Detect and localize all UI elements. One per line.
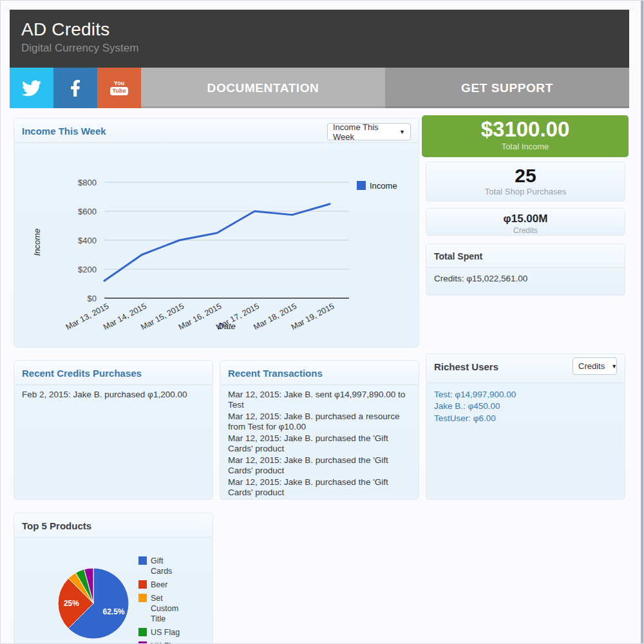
app-subtitle: Digital Currency System (21, 42, 629, 55)
legend-item: UK Flag (138, 641, 180, 644)
credits-value: φ15.00M (426, 213, 625, 225)
recent-purchases-list: Feb 2, 2015: Jake B. purchased φ1,200.00 (14, 385, 213, 405)
app-title: AD Credits (21, 19, 629, 40)
income-line-chart: $0$200$400$600$800Mar 13, 2015Mar 14, 20… (14, 144, 419, 345)
svg-text:$600: $600 (78, 207, 97, 216)
income-panel-title: Income This Week (22, 126, 106, 137)
list-item[interactable]: Test: φ14,997,900.00 (434, 390, 617, 400)
list-item: Mar 12, 2015: Jake B. purchased the 'Gif… (228, 433, 411, 455)
list-item[interactable]: TestUser: φ6.00 (434, 413, 617, 424)
legend-swatch (138, 580, 147, 589)
facebook-button[interactable] (53, 68, 97, 108)
nav-item-get-support[interactable]: GET SUPPORT (385, 68, 629, 108)
income-panel: Income This Week Income This Week ▼ $0$2… (14, 118, 419, 348)
youtube-button[interactable]: You Tube (97, 68, 141, 108)
legend-item: Beer (138, 580, 180, 590)
legend-label: Beer (151, 580, 167, 590)
legend-swatch (138, 594, 147, 602)
recent-purchases-panel: Recent Credits Purchases Feb 2, 2015: Ja… (14, 360, 213, 500)
recent-transactions-title: Recent Transactions (228, 368, 323, 379)
nav-item-documentation[interactable]: DOCUMENTATION (141, 68, 385, 108)
facebook-icon (67, 80, 84, 97)
list-item: Mar 12, 2015: Jake B. purchased a resour… (228, 412, 411, 433)
income-range-select-value: Income This Week (333, 122, 393, 142)
scrollbar-track[interactable] (641, 1, 643, 644)
list-item: Mar 12, 2015: Jake B. purchased the 'Gif… (228, 455, 411, 477)
legend-swatch (138, 556, 147, 565)
svg-text:$400: $400 (78, 236, 97, 245)
twitter-icon (22, 79, 41, 98)
chevron-down-icon: ▼ (611, 363, 617, 370)
svg-text:Income: Income (370, 181, 397, 191)
svg-text:Date: Date (218, 321, 235, 331)
total-income-label: Total Income (422, 142, 629, 151)
list-item[interactable]: Jake B.: φ450.00 (434, 401, 617, 412)
legend-item: GiftCards (138, 556, 180, 576)
legend-label: GiftCards (151, 556, 172, 576)
chevron-down-icon: ▼ (399, 129, 405, 135)
svg-text:62.5%: 62.5% (102, 607, 124, 616)
list-item: Mar 12, 2015: Jake B. purchased the 'Gif… (228, 477, 411, 498)
credits-card: φ15.00M Credits (426, 208, 625, 236)
total-income-value: $3100.00 (422, 118, 629, 141)
total-spent-panel: Total Spent Credits: φ15,022,561.00 (426, 243, 625, 296)
richest-users-title: Richest Users (434, 361, 498, 372)
shop-purchases-card: 25 Total Shop Purchases (426, 162, 625, 202)
currency-select[interactable]: Credits ▼ (573, 357, 617, 375)
svg-text:Income: Income (32, 229, 42, 256)
shop-purchases-value: 25 (426, 165, 625, 186)
list-item: Feb 2, 2015: Jake B. purchased φ1,200.00 (22, 390, 205, 400)
shop-purchases-label: Total Shop Purchases (426, 187, 625, 196)
richest-users-panel: Richest Users Credits ▼ Test: φ14,997,90… (426, 354, 625, 500)
legend-label: UK Flag (151, 641, 180, 644)
nav-get-support-label: GET SUPPORT (461, 81, 553, 95)
legend-swatch (138, 628, 147, 636)
svg-text:$200: $200 (78, 265, 97, 274)
income-range-select[interactable]: Income This Week ▼ (327, 123, 411, 140)
pie-legend: GiftCardsBeerSetCustomTitleUS FlagUK Fla… (138, 556, 180, 644)
top-products-panel: Top 5 Products 62.5%25% GiftCardsBeerSet… (14, 513, 213, 644)
products-pie-chart: 62.5%25% (14, 565, 214, 644)
top-products-title: Top 5 Products (22, 520, 91, 531)
svg-text:Mar 19, 2015: Mar 19, 2015 (290, 301, 336, 332)
legend-swatch (138, 641, 147, 644)
total-spent-title: Total Spent (434, 251, 482, 261)
nav-documentation-label: DOCUMENTATION (207, 81, 319, 95)
svg-text:$0: $0 (88, 294, 97, 303)
richest-users-list: Test: φ14,997,900.00Jake B.: φ450.00Test… (426, 383, 625, 430)
legend-item: SetCustomTitle (138, 593, 180, 624)
recent-purchases-title: Recent Credits Purchases (22, 368, 142, 379)
list-item: Mar 12, 2015: Jake B. sent φ14,997,890.0… (228, 390, 411, 411)
svg-text:25%: 25% (64, 599, 79, 608)
legend-label: US Flag (151, 627, 180, 638)
svg-text:$800: $800 (78, 178, 97, 187)
legend-label: SetCustomTitle (151, 593, 178, 624)
total-income-card: $3100.00 Total Income (422, 115, 629, 157)
recent-transactions-list: Mar 12, 2015: Jake B. sent φ14,997,890.0… (220, 385, 419, 504)
currency-select-value: Credits (578, 361, 605, 371)
legend-item: US Flag (138, 627, 180, 638)
main-nav: You Tube DOCUMENTATION GET SUPPORT (10, 68, 629, 108)
twitter-button[interactable] (10, 68, 53, 108)
masthead: AD Credits Digital Currency System (10, 10, 629, 68)
total-spent-text: Credits: φ15,022,561.00 (426, 268, 625, 289)
recent-transactions-panel: Recent Transactions Mar 12, 2015: Jake B… (220, 360, 419, 500)
credits-label: Credits (426, 226, 625, 235)
youtube-icon: You Tube (110, 80, 129, 95)
